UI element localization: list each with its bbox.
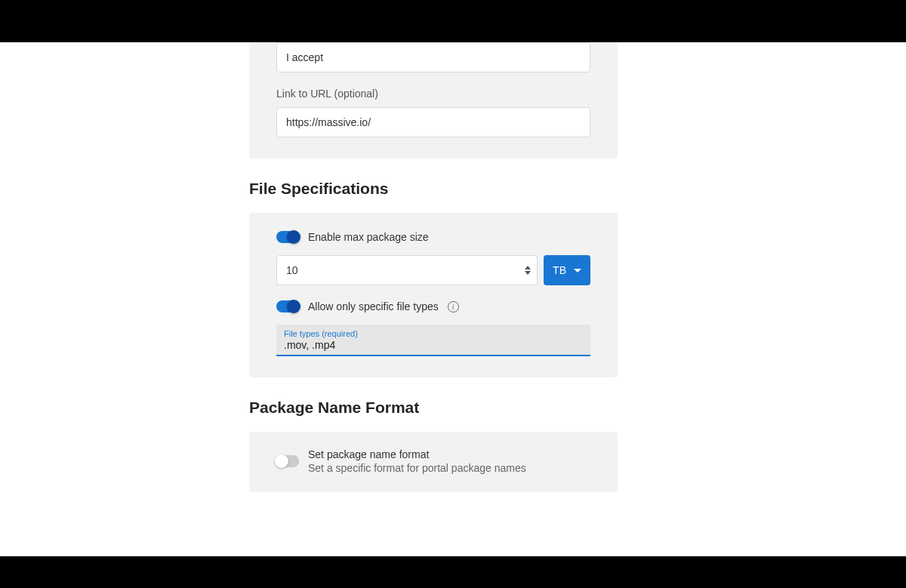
file-types-field-label: File types (required) <box>284 329 583 338</box>
file-specifications-panel: Enable max package size TB <box>249 213 618 377</box>
stepper-down-icon[interactable] <box>525 271 531 275</box>
chevron-down-icon <box>574 269 581 272</box>
allow-specific-file-types-toggle[interactable] <box>276 300 299 312</box>
link-url-label: Link to URL (optional) <box>276 88 590 100</box>
set-package-name-format-desc: Set a specific format for portal package… <box>308 462 526 474</box>
info-icon[interactable]: i <box>448 301 459 312</box>
link-url-input[interactable] <box>276 107 590 137</box>
file-types-input[interactable] <box>284 338 583 352</box>
max-package-size-input[interactable] <box>276 255 538 285</box>
stepper-up-icon[interactable] <box>525 266 531 269</box>
enable-max-package-size-toggle[interactable] <box>276 231 299 243</box>
set-package-name-format-label: Set package name format <box>308 448 526 460</box>
file-types-field[interactable]: File types (required) <box>276 325 590 356</box>
size-unit-value: TB <box>553 264 566 276</box>
package-name-format-panel: Set package name format Set a specific f… <box>249 432 618 492</box>
size-unit-select[interactable]: TB <box>544 255 590 285</box>
package-name-format-title: Package Name Format <box>249 399 618 417</box>
allow-specific-file-types-label: Allow only specific file types <box>308 300 439 312</box>
size-stepper[interactable] <box>522 258 533 282</box>
enable-max-package-size-label: Enable max package size <box>308 231 429 243</box>
file-specifications-title: File Specifications <box>249 180 618 198</box>
set-package-name-format-toggle[interactable] <box>276 455 299 467</box>
agreement-panel: Link to URL (optional) <box>249 42 618 159</box>
accept-text-input[interactable] <box>276 42 590 72</box>
